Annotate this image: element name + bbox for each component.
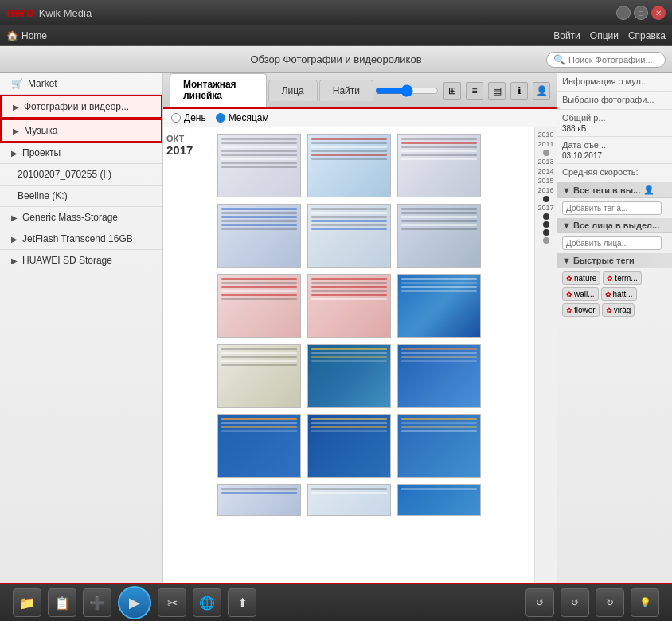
add-face-input[interactable]	[562, 236, 662, 250]
timeline-dot-2017b[interactable]	[543, 221, 549, 228]
app-logo: nero	[6, 6, 34, 20]
info-multimedia-label: Информация о мул...	[562, 76, 667, 86]
timeline-year-2014[interactable]: 2014	[537, 167, 553, 175]
timeline-year-2015[interactable]: 2015	[537, 177, 553, 185]
quick-tag-nature[interactable]: ✿ nature	[562, 271, 600, 285]
copy-btn[interactable]: 📋	[48, 588, 76, 617]
filter-day-label: День	[184, 112, 206, 123]
quick-tag-virag[interactable]: ✿ virág	[602, 303, 635, 317]
timeline-dot-end[interactable]	[543, 237, 549, 244]
sidebar-item-photos[interactable]: ▶ Фотографии и видеор...	[0, 95, 162, 119]
sidebar-item-drive3[interactable]: ▶ Generic Mass-Storage	[0, 207, 162, 228]
timeline-year-2010[interactable]: 2010	[537, 131, 553, 139]
quick-tag-flower[interactable]: ✿ flower	[562, 303, 600, 317]
faces-section-header[interactable]: ▼ Все лица в выдел...	[557, 218, 672, 233]
photo-thumb[interactable]	[397, 344, 481, 408]
photo-thumb[interactable]	[217, 484, 301, 516]
quick-tags-header[interactable]: ▼ Быстрые теги	[557, 253, 672, 268]
photo-grid-wrapper: ОКТ 2017	[163, 127, 557, 583]
filter-month-label: Месяцам	[229, 112, 269, 123]
grid-view-btn[interactable]: ⊞	[443, 82, 461, 100]
photo-thumb[interactable]	[307, 134, 391, 197]
search-input[interactable]	[568, 55, 658, 64]
timeline-dot-2012[interactable]	[543, 150, 549, 156]
timeline-year-2011[interactable]: 2011	[537, 140, 553, 148]
tab-extras: ⊞ ≡ ▤ ℹ 👤	[375, 82, 550, 100]
refresh2-btn[interactable]: ↺	[561, 588, 589, 617]
quick-tag-hatt[interactable]: ✿ hàtt...	[601, 287, 637, 301]
sidebar-item-drive4[interactable]: ▶ JetFlash Transcend 16GB	[0, 228, 162, 250]
edit-btn[interactable]: ✂	[158, 588, 186, 617]
photo-thumb[interactable]	[217, 414, 301, 478]
photo-thumb[interactable]	[307, 414, 391, 478]
quick-tag-wall-label: wall...	[574, 290, 595, 299]
home-menu-item[interactable]: 🏠 Home	[6, 30, 47, 41]
photo-thumb[interactable]	[217, 274, 301, 338]
photo-thumb[interactable]	[397, 204, 481, 268]
timeline-year-2016[interactable]: 2016	[537, 186, 553, 194]
timeline-dot-2017c[interactable]	[543, 229, 549, 236]
timeline-year-2017[interactable]: 2017	[537, 204, 553, 212]
timeline-dot-2017a[interactable]	[543, 213, 549, 220]
photo-thumb[interactable]	[217, 344, 301, 408]
minimize-button[interactable]: –	[616, 6, 631, 20]
open-folder-btn[interactable]: 📁	[13, 588, 41, 617]
quick-tag-term[interactable]: ✿ term...	[603, 271, 641, 285]
filter-month-radio[interactable]	[216, 113, 225, 123]
tag-icon: ✿	[606, 307, 612, 314]
photo-thumb[interactable]	[307, 344, 391, 408]
tab-find[interactable]: Найти	[319, 80, 373, 101]
info2-btn[interactable]: 💡	[631, 588, 659, 617]
photo-thumb[interactable]	[397, 134, 481, 197]
sidebar-item-market[interactable]: 🛒 Market	[0, 73, 162, 95]
filmstrip-view-btn[interactable]: ▤	[488, 82, 506, 100]
refresh3-btn[interactable]: ↻	[596, 588, 624, 617]
drive3-arrow-icon: ▶	[11, 213, 18, 222]
sidebar-item-drive1[interactable]: 20100207_070255 (I:)	[0, 164, 162, 186]
left-tools: 📁 📋 ➕ ▶ ✂ 🌐 ⬆	[13, 586, 256, 619]
projects-arrow-icon: ▶	[11, 149, 18, 158]
photo-thumb[interactable]	[397, 414, 481, 478]
sidebar-item-drive5[interactable]: ▶ HUAWEI SD Storage	[0, 250, 162, 271]
person-btn[interactable]: 👤	[533, 82, 550, 100]
photo-thumb[interactable]	[397, 274, 481, 338]
search-box[interactable]: 🔍	[546, 52, 666, 68]
filter-month-option[interactable]: Месяцам	[216, 112, 269, 123]
timeline-dot-active[interactable]	[543, 196, 549, 202]
photo-thumb[interactable]	[217, 204, 301, 268]
share-btn[interactable]: 🌐	[193, 588, 221, 617]
sidebar-item-drive2[interactable]: Beeline (K:)	[0, 186, 162, 207]
refresh1-btn[interactable]: ↺	[525, 588, 554, 617]
tags-section-header[interactable]: ▼ Все теги в вы... 👤	[557, 182, 672, 198]
info-btn[interactable]: ℹ	[510, 82, 528, 100]
quick-tag-virag-label: virág	[614, 306, 631, 314]
maximize-button[interactable]: □	[634, 6, 648, 20]
add-btn[interactable]: ➕	[83, 588, 111, 617]
quick-tag-flower-label: flower	[574, 306, 596, 314]
photo-thumb[interactable]	[307, 274, 391, 338]
zoom-slider[interactable]	[375, 85, 439, 96]
info-selected-label: Выбрано фотографи...	[562, 95, 667, 104]
sidebar-item-projects[interactable]: ▶ Проекты	[0, 143, 162, 164]
photo-thumb[interactable]	[397, 484, 481, 516]
help-menu[interactable]: Справка	[628, 30, 666, 41]
photo-thumb[interactable]	[307, 484, 391, 516]
login-menu[interactable]: Войти	[553, 30, 580, 41]
options-menu[interactable]: Опции	[590, 30, 619, 41]
photo-thumb[interactable]	[217, 134, 301, 197]
quick-tags-container: ✿ nature ✿ term... ✿ wall... ✿ hàtt... ✿	[557, 268, 672, 320]
list-view-btn[interactable]: ≡	[466, 82, 483, 100]
timeline-year-2013[interactable]: 2013	[537, 158, 553, 166]
filter-day-radio[interactable]	[171, 113, 181, 123]
filter-day-option[interactable]: День	[171, 112, 206, 123]
photo-thumb[interactable]	[307, 204, 391, 268]
tab-timeline[interactable]: Монтажная линейка	[170, 73, 267, 107]
close-button[interactable]: ✕	[651, 6, 666, 20]
upload-btn[interactable]: ⬆	[228, 588, 256, 617]
tab-faces[interactable]: Лица	[268, 80, 318, 101]
info-size-value: 388 кБ	[562, 124, 667, 133]
quick-tag-wall[interactable]: ✿ wall...	[562, 287, 599, 301]
add-tag-input[interactable]	[562, 201, 662, 215]
sidebar-item-music[interactable]: ▶ Музыка	[0, 119, 162, 143]
play-btn[interactable]: ▶	[118, 586, 151, 619]
